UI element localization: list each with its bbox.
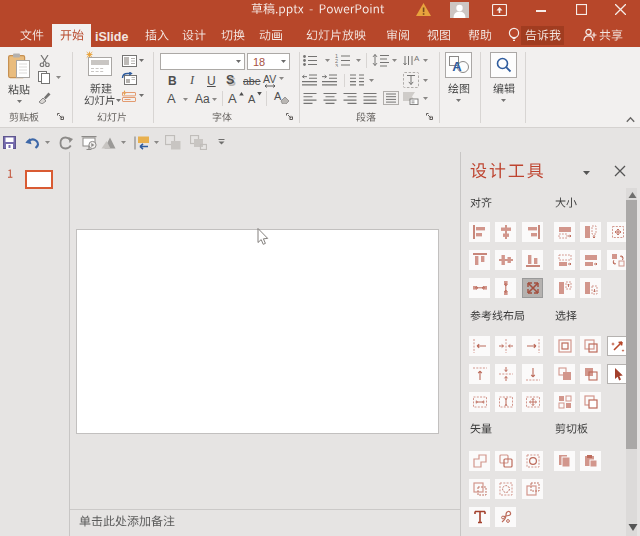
svg-text:3: 3 xyxy=(335,63,338,67)
svg-text:A: A xyxy=(414,54,420,63)
svg-text:A: A xyxy=(452,59,462,74)
